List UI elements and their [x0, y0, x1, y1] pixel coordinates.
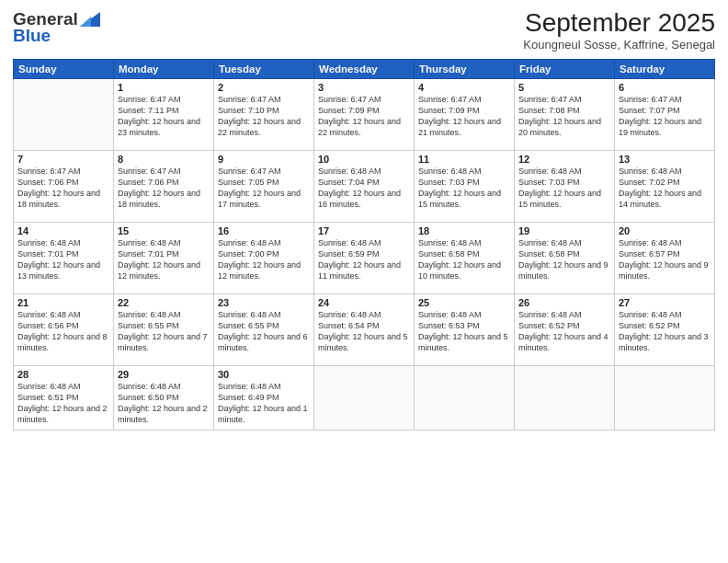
day-info: Sunrise: 6:47 AMSunset: 7:05 PMDaylight:… — [218, 166, 310, 211]
table-row: 26Sunrise: 6:48 AMSunset: 6:52 PMDayligh… — [515, 293, 615, 365]
day-info: Sunrise: 6:48 AMSunset: 6:54 PMDaylight:… — [318, 309, 410, 354]
day-number: 6 — [619, 82, 711, 93]
logo: General Blue — [13, 9, 100, 46]
day-info: Sunrise: 6:48 AMSunset: 7:01 PMDaylight:… — [118, 237, 210, 282]
logo-blue: Blue — [13, 26, 51, 46]
day-number: 25 — [418, 297, 510, 308]
day-number: 17 — [318, 225, 410, 236]
col-tuesday: Tuesday — [214, 59, 314, 78]
calendar-table: Sunday Monday Tuesday Wednesday Thursday… — [13, 59, 715, 431]
day-info: Sunrise: 6:48 AMSunset: 7:03 PMDaylight:… — [418, 166, 510, 211]
day-info: Sunrise: 6:47 AMSunset: 7:10 PMDaylight:… — [218, 94, 310, 139]
day-number: 19 — [518, 225, 610, 236]
table-row: 18Sunrise: 6:48 AMSunset: 6:58 PMDayligh… — [415, 222, 515, 293]
logo-icon — [80, 12, 100, 27]
day-number: 3 — [318, 82, 410, 93]
table-row: 24Sunrise: 6:48 AMSunset: 6:54 PMDayligh… — [314, 293, 415, 365]
header: General Blue September 2025 Koungneul So… — [13, 9, 715, 52]
day-info: Sunrise: 6:48 AMSunset: 6:50 PMDaylight:… — [118, 381, 210, 426]
table-row: 21Sunrise: 6:48 AMSunset: 6:56 PMDayligh… — [14, 293, 114, 365]
day-number: 9 — [218, 154, 310, 165]
col-saturday: Saturday — [615, 59, 715, 78]
day-number: 2 — [218, 82, 310, 93]
day-info: Sunrise: 6:48 AMSunset: 7:04 PMDaylight:… — [318, 166, 410, 211]
day-number: 13 — [619, 154, 711, 165]
day-number: 4 — [418, 82, 510, 93]
day-info: Sunrise: 6:48 AMSunset: 7:01 PMDaylight:… — [17, 237, 109, 282]
table-row — [615, 365, 715, 430]
table-row: 22Sunrise: 6:48 AMSunset: 6:55 PMDayligh… — [114, 293, 214, 365]
table-row: 15Sunrise: 6:48 AMSunset: 7:01 PMDayligh… — [114, 222, 214, 293]
day-info: Sunrise: 6:48 AMSunset: 7:00 PMDaylight:… — [218, 237, 310, 282]
day-number: 8 — [118, 154, 210, 165]
day-info: Sunrise: 6:48 AMSunset: 6:51 PMDaylight:… — [17, 381, 109, 426]
day-number: 30 — [218, 369, 310, 380]
day-info: Sunrise: 6:48 AMSunset: 6:49 PMDaylight:… — [218, 381, 310, 426]
table-row: 10Sunrise: 6:48 AMSunset: 7:04 PMDayligh… — [314, 150, 415, 222]
day-info: Sunrise: 6:48 AMSunset: 6:58 PMDaylight:… — [518, 237, 610, 282]
day-number: 10 — [318, 154, 410, 165]
day-info: Sunrise: 6:47 AMSunset: 7:08 PMDaylight:… — [518, 94, 610, 139]
day-number: 14 — [17, 225, 109, 236]
day-number: 1 — [118, 82, 210, 93]
day-number: 7 — [17, 154, 109, 165]
month-title: September 2025 — [523, 9, 715, 38]
table-row: 25Sunrise: 6:48 AMSunset: 6:53 PMDayligh… — [415, 293, 515, 365]
day-number: 5 — [518, 82, 610, 93]
table-row: 6Sunrise: 6:47 AMSunset: 7:07 PMDaylight… — [615, 78, 715, 150]
table-row — [415, 365, 515, 430]
day-info: Sunrise: 6:48 AMSunset: 6:52 PMDaylight:… — [619, 309, 711, 354]
table-row: 14Sunrise: 6:48 AMSunset: 7:01 PMDayligh… — [14, 222, 114, 293]
day-info: Sunrise: 6:48 AMSunset: 6:53 PMDaylight:… — [418, 309, 510, 354]
table-row: 7Sunrise: 6:47 AMSunset: 7:06 PMDaylight… — [14, 150, 114, 222]
table-row: 19Sunrise: 6:48 AMSunset: 6:58 PMDayligh… — [515, 222, 615, 293]
day-info: Sunrise: 6:48 AMSunset: 6:57 PMDaylight:… — [619, 237, 711, 282]
day-number: 12 — [518, 154, 610, 165]
table-row: 17Sunrise: 6:48 AMSunset: 6:59 PMDayligh… — [314, 222, 415, 293]
day-info: Sunrise: 6:47 AMSunset: 7:09 PMDaylight:… — [318, 94, 410, 139]
page: General Blue September 2025 Koungneul So… — [0, 0, 728, 563]
day-info: Sunrise: 6:48 AMSunset: 7:02 PMDaylight:… — [619, 166, 711, 211]
location-subtitle: Koungneul Sosse, Kaffrine, Senegal — [523, 38, 715, 52]
day-number: 23 — [218, 297, 310, 308]
day-number: 29 — [118, 369, 210, 380]
table-row: 28Sunrise: 6:48 AMSunset: 6:51 PMDayligh… — [14, 365, 114, 430]
calendar-header-row: Sunday Monday Tuesday Wednesday Thursday… — [14, 59, 715, 78]
table-row: 8Sunrise: 6:47 AMSunset: 7:06 PMDaylight… — [114, 150, 214, 222]
table-row: 3Sunrise: 6:47 AMSunset: 7:09 PMDaylight… — [314, 78, 415, 150]
col-monday: Monday — [114, 59, 214, 78]
col-friday: Friday — [515, 59, 615, 78]
day-number: 20 — [619, 225, 711, 236]
day-info: Sunrise: 6:47 AMSunset: 7:09 PMDaylight:… — [418, 94, 510, 139]
col-thursday: Thursday — [415, 59, 515, 78]
day-info: Sunrise: 6:48 AMSunset: 6:56 PMDaylight:… — [17, 309, 109, 354]
table-row: 30Sunrise: 6:48 AMSunset: 6:49 PMDayligh… — [214, 365, 314, 430]
day-number: 27 — [619, 297, 711, 308]
table-row — [515, 365, 615, 430]
day-info: Sunrise: 6:48 AMSunset: 6:55 PMDaylight:… — [118, 309, 210, 354]
day-info: Sunrise: 6:47 AMSunset: 7:07 PMDaylight:… — [619, 94, 711, 139]
day-number: 24 — [318, 297, 410, 308]
day-info: Sunrise: 6:48 AMSunset: 6:52 PMDaylight:… — [518, 309, 610, 354]
table-row: 4Sunrise: 6:47 AMSunset: 7:09 PMDaylight… — [415, 78, 515, 150]
day-number: 16 — [218, 225, 310, 236]
table-row: 20Sunrise: 6:48 AMSunset: 6:57 PMDayligh… — [615, 222, 715, 293]
table-row: 5Sunrise: 6:47 AMSunset: 7:08 PMDaylight… — [515, 78, 615, 150]
table-row: 9Sunrise: 6:47 AMSunset: 7:05 PMDaylight… — [214, 150, 314, 222]
day-number: 21 — [17, 297, 109, 308]
table-row: 27Sunrise: 6:48 AMSunset: 6:52 PMDayligh… — [615, 293, 715, 365]
day-info: Sunrise: 6:47 AMSunset: 7:06 PMDaylight:… — [118, 166, 210, 211]
table-row: 16Sunrise: 6:48 AMSunset: 7:00 PMDayligh… — [214, 222, 314, 293]
day-number: 22 — [118, 297, 210, 308]
table-row: 12Sunrise: 6:48 AMSunset: 7:03 PMDayligh… — [515, 150, 615, 222]
day-number: 15 — [118, 225, 210, 236]
day-number: 28 — [17, 369, 109, 380]
day-info: Sunrise: 6:48 AMSunset: 6:55 PMDaylight:… — [218, 309, 310, 354]
table-row: 2Sunrise: 6:47 AMSunset: 7:10 PMDaylight… — [214, 78, 314, 150]
table-row: 13Sunrise: 6:48 AMSunset: 7:02 PMDayligh… — [615, 150, 715, 222]
table-row — [14, 78, 114, 150]
svg-marker-1 — [80, 17, 91, 27]
col-wednesday: Wednesday — [314, 59, 415, 78]
table-row: 29Sunrise: 6:48 AMSunset: 6:50 PMDayligh… — [114, 365, 214, 430]
day-info: Sunrise: 6:48 AMSunset: 7:03 PMDaylight:… — [518, 166, 610, 211]
